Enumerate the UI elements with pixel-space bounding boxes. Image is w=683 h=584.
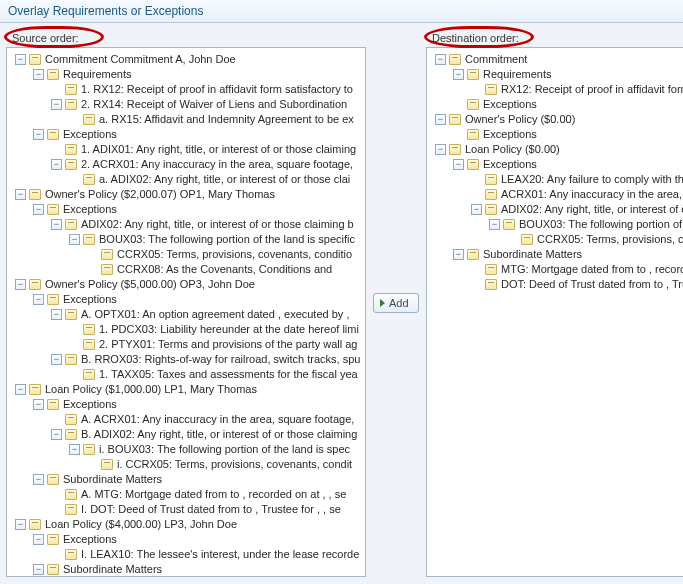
tree-node[interactable]: a. ADIX02: Any right, title, or interest… (7, 172, 365, 187)
tree-node[interactable]: −Commitment Commitment A, John Doe (7, 52, 365, 67)
source-tree[interactable]: −Commitment Commitment A, John Doe−Requi… (7, 52, 365, 577)
add-button[interactable]: Add (373, 293, 419, 313)
collapse-icon[interactable]: − (435, 114, 446, 125)
collapse-icon[interactable]: − (453, 249, 464, 260)
collapse-icon[interactable]: − (51, 309, 62, 320)
collapse-icon[interactable]: − (33, 204, 44, 215)
tree-node[interactable]: CCRX08: As the Covenants, Conditions and (7, 262, 365, 277)
tree-node[interactable]: −B. RROX03: Rights-of-way for railroad, … (7, 352, 365, 367)
tree-node[interactable]: −Exceptions (7, 397, 365, 412)
document-icon (83, 339, 95, 350)
collapse-icon[interactable]: − (15, 519, 26, 530)
tree-node[interactable]: −2. RX14: Receipt of Waiver of Liens and… (7, 97, 365, 112)
collapse-icon[interactable]: − (33, 564, 44, 575)
collapse-icon[interactable]: − (33, 399, 44, 410)
tree-node[interactable]: −Requirements (7, 67, 365, 82)
tree-node-label: Exceptions (63, 532, 365, 547)
tree-node[interactable]: ACRX01: Any inaccuracy in the area, squa… (427, 187, 683, 202)
tree-node[interactable]: −Subordinate Matters (427, 247, 683, 262)
tree-node[interactable]: −2. ACRX01: Any inaccuracy in the area, … (7, 157, 365, 172)
collapse-icon[interactable]: − (453, 159, 464, 170)
tree-node-label: BOUX03: The following portion of the lan (519, 217, 683, 232)
tree-node[interactable]: Exceptions (427, 97, 683, 112)
tree-node[interactable]: −A. OPTX01: An option agreement dated , … (7, 307, 365, 322)
collapse-icon[interactable]: − (51, 429, 62, 440)
destination-tree[interactable]: −Commitment−RequirementsRX12: Receipt of… (427, 52, 683, 292)
tree-node[interactable]: 1. TAXX05: Taxes and assessments for the… (7, 367, 365, 382)
tree-node[interactable]: −Owner's Policy ($0.00) (427, 112, 683, 127)
collapse-icon[interactable]: − (51, 354, 62, 365)
collapse-icon[interactable]: − (471, 204, 482, 215)
tree-node[interactable]: −Owner's Policy ($5,000.00) OP3, John Do… (7, 277, 365, 292)
tree-node[interactable]: −BOUX03: The following portion of the la… (427, 217, 683, 232)
document-icon (65, 489, 77, 500)
collapse-icon[interactable]: − (33, 294, 44, 305)
tree-node[interactable]: 1. RX12: Receipt of proof in affidavit f… (7, 82, 365, 97)
tree-node[interactable]: −ADIX02: Any right, title, or interest o… (427, 202, 683, 217)
document-icon (449, 144, 461, 155)
tree-node[interactable]: 1. PDCX03: Liability hereunder at the da… (7, 322, 365, 337)
source-tree-box[interactable]: −Commitment Commitment A, John Doe−Requi… (6, 47, 366, 577)
collapse-icon[interactable]: − (33, 534, 44, 545)
tree-node[interactable]: CCRX05: Terms, provisions, covenan (427, 232, 683, 247)
collapse-icon[interactable]: − (51, 219, 62, 230)
tree-node[interactable]: 1. ADIX01: Any right, title, or interest… (7, 142, 365, 157)
tree-node[interactable]: I. DOT: Deed of Trust dated from to , Tr… (7, 502, 365, 517)
collapse-icon[interactable]: − (69, 234, 80, 245)
tree-node[interactable]: −Loan Policy ($0.00) (427, 142, 683, 157)
collapse-icon[interactable]: − (489, 219, 500, 230)
tree-node[interactable]: −Exceptions (7, 292, 365, 307)
tree-node[interactable]: −Commitment (427, 52, 683, 67)
tree-node[interactable]: −i. BOUX03: The following portion of the… (7, 442, 365, 457)
tree-node[interactable]: RX12: Receipt of proof in affidavit form… (427, 82, 683, 97)
tree-node-label: A. OPTX01: An option agreement dated , e… (81, 307, 365, 322)
collapse-icon[interactable]: − (69, 444, 80, 455)
tree-node[interactable]: i. CCRX05: Terms, provisions, covenants,… (7, 457, 365, 472)
collapse-icon[interactable]: − (15, 279, 26, 290)
tree-node[interactable]: −Exceptions (7, 532, 365, 547)
collapse-icon[interactable]: − (51, 99, 62, 110)
tree-node[interactable]: −Subordinate Matters (7, 562, 365, 577)
document-icon (47, 399, 59, 410)
collapse-icon[interactable]: − (33, 69, 44, 80)
tree-node[interactable]: −Exceptions (7, 127, 365, 142)
tree-node-label: CCRX08: As the Covenants, Conditions and (117, 262, 365, 277)
tree-node[interactable]: −Subordinate Matters (7, 472, 365, 487)
document-icon (29, 519, 41, 530)
tree-node[interactable]: Exceptions (427, 127, 683, 142)
document-icon (83, 369, 95, 380)
tree-node[interactable]: I. LEAX10: The lessee's interest, under … (7, 547, 365, 562)
tree-node[interactable]: −Loan Policy ($4,000.00) LP3, John Doe (7, 517, 365, 532)
collapse-icon[interactable]: − (15, 384, 26, 395)
tree-node[interactable]: LEAX20: Any failure to comply with the t… (427, 172, 683, 187)
collapse-icon[interactable]: − (33, 129, 44, 140)
tree-node[interactable]: MTG: Mortgage dated from to , recorded o… (427, 262, 683, 277)
tree-node[interactable]: A. MTG: Mortgage dated from to , recorde… (7, 487, 365, 502)
tree-node[interactable]: CCRX05: Terms, provisions, covenants, co… (7, 247, 365, 262)
destination-tree-box[interactable]: −Commitment−RequirementsRX12: Receipt of… (426, 47, 683, 577)
tree-node[interactable]: DOT: Deed of Trust dated from to , Trus (427, 277, 683, 292)
collapse-icon[interactable]: − (51, 159, 62, 170)
middle-controls: Add (372, 29, 420, 577)
tree-node[interactable]: −B. ADIX02: Any right, title, or interes… (7, 427, 365, 442)
document-icon (449, 54, 461, 65)
tree-node[interactable]: −Exceptions (7, 202, 365, 217)
document-icon (47, 294, 59, 305)
collapse-icon[interactable]: − (15, 54, 26, 65)
tree-node[interactable]: 2. PTYX01: Terms and provisions of the p… (7, 337, 365, 352)
tree-node[interactable]: −Exceptions (427, 157, 683, 172)
tree-node[interactable]: −Loan Policy ($1,000.00) LP1, Mary Thoma… (7, 382, 365, 397)
collapse-icon[interactable]: − (15, 189, 26, 200)
tree-node[interactable]: A. ACRX01: Any inaccuracy in the area, s… (7, 412, 365, 427)
tree-node[interactable]: −Requirements (427, 67, 683, 82)
document-icon (65, 219, 77, 230)
collapse-icon[interactable]: − (33, 474, 44, 485)
tree-node[interactable]: −BOUX03: The following portion of the la… (7, 232, 365, 247)
collapse-icon[interactable]: − (435, 54, 446, 65)
collapse-icon[interactable]: − (453, 69, 464, 80)
document-icon (65, 414, 77, 425)
tree-node[interactable]: −Owner's Policy ($2,000.07) OP1, Mary Th… (7, 187, 365, 202)
collapse-icon[interactable]: − (435, 144, 446, 155)
tree-node[interactable]: −ADIX02: Any right, title, or interest o… (7, 217, 365, 232)
tree-node[interactable]: a. RX15: Affidavit and Indemnity Agreeme… (7, 112, 365, 127)
